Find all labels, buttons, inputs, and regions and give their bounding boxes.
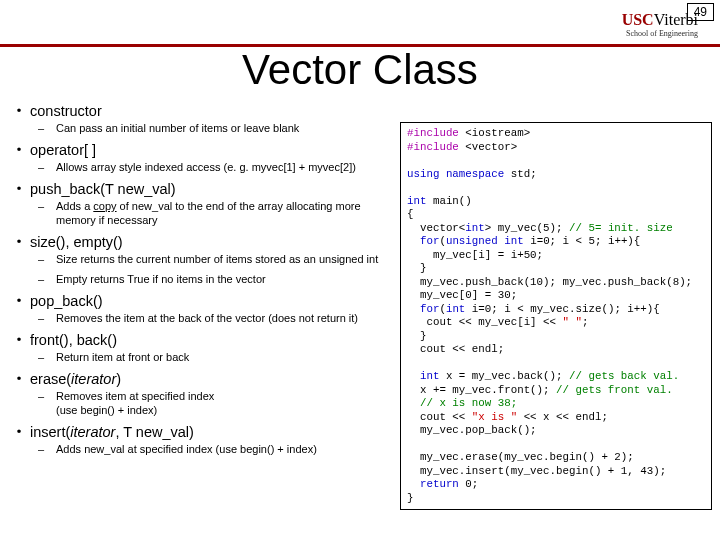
logo-viterbi: Viterbi [654, 11, 698, 28]
sub-text: Removes item at specified index(use begi… [56, 389, 398, 417]
bullet-icon: • [8, 331, 30, 349]
method-name: push_back(T new_val) [30, 180, 176, 198]
dash-icon: – [38, 160, 56, 174]
method-name: size(), empty() [30, 233, 123, 251]
sub-text: Can pass an initial number of items or l… [56, 121, 398, 135]
bullet-icon: • [8, 102, 30, 120]
method-name: constructor [30, 102, 102, 120]
bullet-icon: • [8, 423, 30, 441]
slide-title: Vector Class [0, 46, 720, 94]
sub-text: Size returns the current number of items… [56, 252, 398, 266]
bullet-icon: • [8, 233, 30, 251]
dash-icon: – [38, 389, 56, 403]
method-name: pop_back() [30, 292, 103, 310]
dash-icon: – [38, 252, 56, 266]
code-example: #include <iostream> #include <vector> us… [400, 122, 712, 510]
method-name: front(), back() [30, 331, 117, 349]
bullet-icon: • [8, 180, 30, 198]
bullet-icon: • [8, 370, 30, 388]
bullet-icon: • [8, 292, 30, 310]
dash-icon: – [38, 272, 56, 286]
dash-icon: – [38, 199, 56, 213]
logo-usc: USC [622, 11, 654, 28]
method-name: erase(iterator) [30, 370, 121, 388]
sub-text: Return item at front or back [56, 350, 398, 364]
dash-icon: – [38, 442, 56, 456]
dash-icon: – [38, 311, 56, 325]
dash-icon: – [38, 121, 56, 135]
sub-text: Adds new_val at specified index (use beg… [56, 442, 398, 456]
sub-text: Empty returns True if no items in the ve… [56, 272, 398, 286]
bullet-list: •constructor –Can pass an initial number… [8, 102, 398, 462]
method-name: insert(iterator, T new_val) [30, 423, 194, 441]
bullet-icon: • [8, 141, 30, 159]
method-name: operator[ ] [30, 141, 96, 159]
sub-text: Removes the item at the back of the vect… [56, 311, 398, 325]
logo-sub: School of Engineering [622, 30, 698, 38]
dash-icon: – [38, 350, 56, 364]
logo: USCViterbi School of Engineering [622, 12, 698, 38]
sub-text: Allows array style indexed access (e. g.… [56, 160, 398, 174]
sub-text: Adds a copy of new_val to the end of the… [56, 199, 398, 227]
